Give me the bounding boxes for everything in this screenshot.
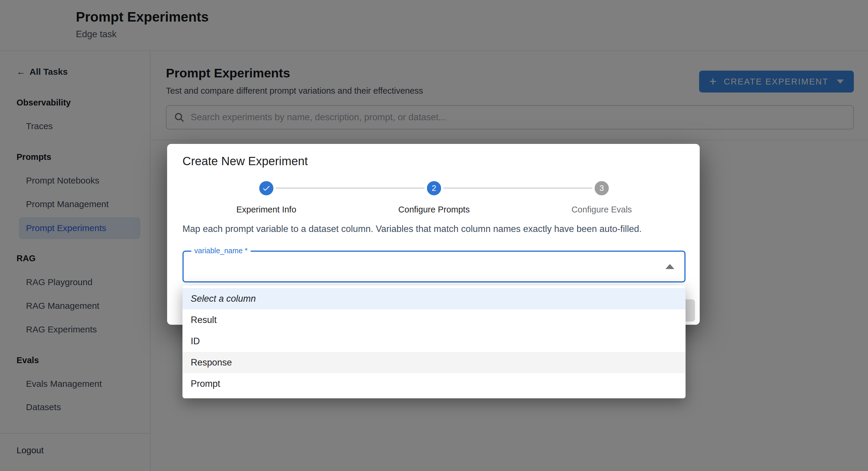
- variable-name-select[interactable]: variable_name *: [182, 251, 686, 283]
- check-icon: [262, 184, 271, 193]
- dropdown-option-response[interactable]: Response: [182, 352, 686, 373]
- step-1-label: Experiment Info: [236, 205, 296, 214]
- dropdown-option-result[interactable]: Result: [182, 310, 686, 331]
- stepper-connector-1: [276, 188, 425, 188]
- step-2-circle: 2: [427, 181, 441, 195]
- step-3-number: 3: [599, 184, 604, 193]
- step-1-circle: [259, 181, 273, 195]
- caret-up-icon: [665, 264, 674, 269]
- step-2-number: 2: [432, 184, 436, 193]
- modal-title: Create New Experiment: [182, 154, 308, 168]
- dropdown-option-select-a-column[interactable]: Select a column: [182, 288, 686, 310]
- step-3-label: Configure Evals: [571, 205, 632, 214]
- screen: Prompt Experiments Edge task ←All Tasks …: [0, 0, 868, 471]
- column-dropdown-menu: Select a column Result ID Response Promp…: [182, 286, 686, 398]
- step-2-label: Configure Prompts: [398, 205, 470, 214]
- variable-name-select-label: variable_name *: [191, 246, 251, 255]
- step-3-circle: 3: [595, 181, 609, 195]
- dropdown-option-prompt[interactable]: Prompt: [182, 373, 686, 394]
- mapping-description: Map each prompt variable to a dataset co…: [182, 224, 686, 234]
- stepper-connector-2: [443, 188, 592, 188]
- dropdown-option-id[interactable]: ID: [182, 331, 686, 352]
